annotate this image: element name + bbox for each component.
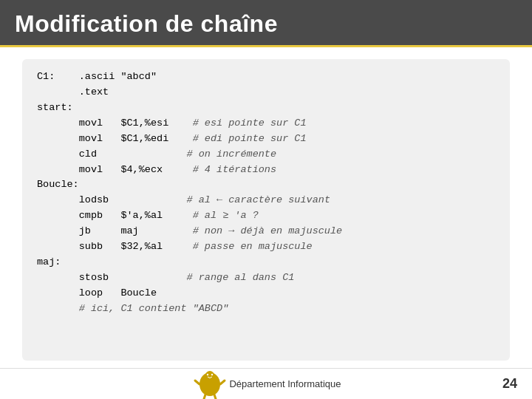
code-text: .text: [37, 85, 109, 100]
code-text: lodsb: [37, 193, 187, 208]
code-line-15: loop Boucle: [37, 286, 495, 301]
footer-page-number: 24: [502, 376, 517, 392]
code-text: maj:: [37, 255, 61, 270]
code-line-1: C1: .ascii "abcd": [37, 69, 495, 85]
code-comment: # edi pointe sur C1: [193, 132, 307, 147]
svg-line-4: [195, 381, 200, 384]
code-line-4: movl $C1,%esi # esi pointe sur C1: [37, 116, 495, 132]
code-text: C1: .ascii "abcd": [37, 69, 157, 85]
slide-footer: caen Département Informatique 24: [0, 368, 532, 399]
code-line-5: movl $C1,%edi # edi pointe sur C1: [37, 132, 495, 147]
code-line-10: cmpb $'a,%al # al ≥ 'a ?: [37, 208, 495, 224]
code-comment: # non → déjà en majuscule: [193, 224, 343, 239]
code-line-9: lodsb # al ← caractère suivant: [37, 193, 495, 208]
svg-point-1: [205, 371, 214, 380]
slide: Modification de chaîne C1: .ascii "abcd"…: [0, 0, 532, 399]
code-comment: # ici, C1 contient "ABCD": [37, 301, 228, 317]
svg-point-2: [207, 373, 208, 375]
slide-header: Modification de chaîne: [0, 0, 532, 47]
code-text: movl $4,%ecx: [37, 163, 193, 178]
code-line-14: stosb # range al dans C1: [37, 270, 495, 286]
svg-line-7: [214, 395, 216, 399]
code-comment: # al ≥ 'a ?: [193, 208, 259, 224]
code-line-12: subb $32,%al # passe en majuscule: [37, 239, 495, 255]
code-line-2: .text: [37, 85, 495, 100]
code-text: movl $C1,%edi: [37, 132, 193, 147]
code-comment: # 4 itérations: [193, 163, 276, 178]
code-text: Boucle:: [37, 177, 79, 193]
code-comment: # al ← caractère suivant: [187, 193, 330, 208]
code-line-16: # ici, C1 contient "ABCD": [37, 301, 495, 317]
caen-logo: caen: [191, 369, 229, 399]
code-line-6: cld # on incrémente: [37, 147, 495, 163]
code-block: C1: .ascii "abcd" .text start: movl $C1,…: [22, 59, 510, 361]
code-text: start:: [37, 100, 73, 116]
code-line-13: maj:: [37, 255, 495, 270]
svg-line-6: [204, 395, 205, 399]
code-line-7: movl $4,%ecx # 4 itérations: [37, 163, 495, 178]
code-text: loop Boucle: [37, 286, 157, 301]
code-line-8: Boucle:: [37, 177, 495, 193]
code-text: jb maj: [37, 224, 193, 239]
code-comment: # on incrémente: [187, 147, 277, 163]
code-comment: # esi pointe sur C1: [193, 116, 307, 132]
code-line-11: jb maj # non → déjà en majuscule: [37, 224, 495, 239]
code-text: cmpb $'a,%al: [37, 208, 193, 224]
svg-point-3: [211, 373, 213, 375]
code-comment: # passe en majuscule: [193, 239, 313, 255]
code-text: stosb: [37, 270, 187, 286]
code-text: movl $C1,%esi: [37, 116, 193, 132]
svg-line-5: [220, 381, 225, 384]
code-line-3: start:: [37, 100, 495, 116]
slide-title: Modification de chaîne: [15, 10, 517, 38]
footer-department: Département Informatique: [229, 378, 341, 389]
code-text: subb $32,%al: [37, 239, 193, 255]
code-comment: # range al dans C1: [187, 270, 295, 286]
code-text: cld: [37, 147, 187, 163]
slide-content: C1: .ascii "abcd" .text start: movl $C1,…: [0, 47, 532, 368]
